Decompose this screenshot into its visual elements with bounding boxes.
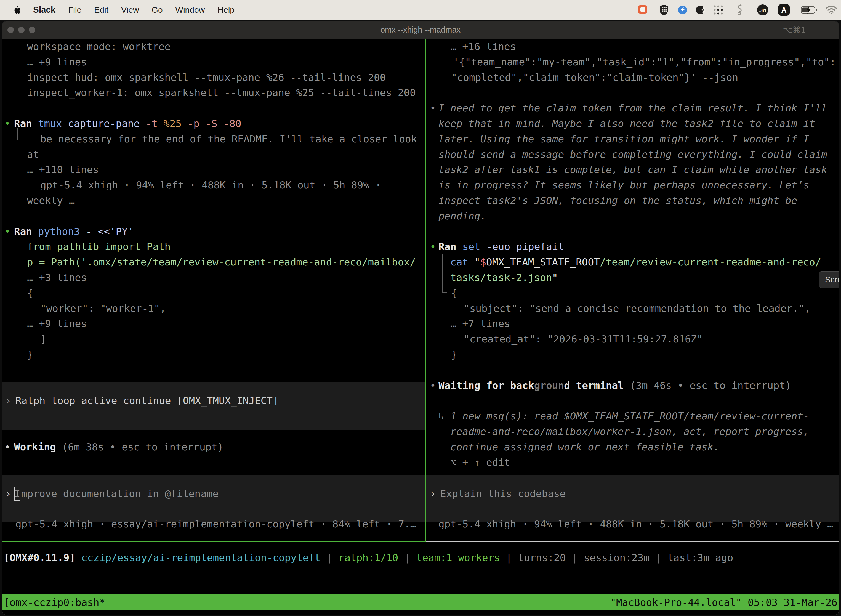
- output-connector: [442, 254, 447, 293]
- right-pane-line: later. Using the same for transition mig…: [438, 131, 809, 147]
- left-pane-line: }: [27, 347, 33, 362]
- pane-divider[interactable]: [425, 39, 426, 542]
- chat-app-icon[interactable]: [637, 5, 648, 15]
- omx-bar-segment: cczip/essay/ai-reimplementation-copyleft: [81, 552, 321, 563]
- right-input-placeholder[interactable]: Explain this codebase: [440, 486, 566, 502]
- left-pane-line: •: [4, 116, 10, 131]
- right-pane-line: Waiting for background terminal (3m 46s …: [438, 378, 791, 393]
- dark-crescent-icon[interactable]: [695, 5, 705, 15]
- right-pane-line: cat "$OMX_TEAM_STATE_ROOT/team/review-cu…: [450, 254, 821, 270]
- right-pane-line: •: [430, 239, 436, 254]
- battery-charging-icon[interactable]: [801, 6, 818, 14]
- left-pane-line: gpt-5.4 xhigh · 94% left · 488K in · 5.1…: [40, 177, 381, 193]
- left-pane-line: … +9 lines: [27, 54, 87, 70]
- squiggle-icon[interactable]: [735, 4, 743, 16]
- omx-bar-segment: |: [649, 552, 667, 563]
- left-pane-line: from pathlib import Path: [27, 239, 170, 254]
- right-pane-line: Ran set -euo pipefail: [438, 239, 564, 254]
- terminal-window: omx --xhigh --madmax ⌥⌘1 workspace_mode:…: [1, 21, 840, 616]
- right-pane-line: … +16 lines: [450, 39, 516, 54]
- left-pane-status: gpt-5.4 xhigh · essay/ai-reimplementatio…: [15, 516, 416, 532]
- right-pane-line: inspect task2's JSON, focusing on the st…: [438, 193, 797, 208]
- omx-bar-segment: |: [321, 552, 338, 563]
- left-pane-line: {: [27, 285, 33, 301]
- apple-menu-icon[interactable]: [13, 6, 21, 14]
- right-pane-line: pending.: [438, 208, 486, 224]
- right-pane-line: tasks/task-2.json": [450, 270, 558, 285]
- screen-tooltip: Scre: [819, 271, 840, 288]
- keyboard-a-text: A: [781, 6, 787, 14]
- left-pane-line: inspect_worker-1: omx sparkshell --tmux-…: [27, 85, 416, 100]
- left-input-prompt: ›: [5, 486, 11, 502]
- left-pane-line: be necessary for the end of the README. …: [40, 131, 417, 147]
- left-pane-line: ]: [40, 331, 46, 347]
- output-connector: [18, 238, 23, 292]
- right-input-prompt: ›: [430, 486, 436, 502]
- right-pane-line: task2 after task1 is complete, but can I…: [438, 162, 827, 177]
- menu-item-go[interactable]: Go: [152, 5, 163, 15]
- left-pane-line: Ralph loop active continue [OMX_TMUX_INJ…: [15, 393, 279, 408]
- left-pane-line: at: [27, 147, 39, 162]
- left-pane-line: Ran python3 - <<'PY': [14, 224, 134, 239]
- right-pane-line: {: [451, 285, 457, 301]
- left-pane-line: •: [4, 439, 10, 455]
- omx-bar-segment: [75, 552, 81, 563]
- right-pane-line: "created_at": "2026-03-31T11:59:27.816Z": [463, 331, 703, 347]
- menu-item-view[interactable]: View: [121, 5, 139, 15]
- shield-grid-icon[interactable]: [659, 4, 669, 15]
- left-pane-line: Ran tmux capture-pane -t %25 -p -S -80: [14, 116, 242, 131]
- menu-item-window[interactable]: Window: [176, 5, 205, 15]
- right-pane-line: "completed","claim_token":"claim-token"}…: [451, 70, 738, 85]
- menu-item-help[interactable]: Help: [217, 5, 234, 15]
- omx-bar-segment: team:1 workers: [416, 552, 500, 563]
- right-pane-line: should send a message before completing …: [438, 147, 827, 162]
- menu-item-file[interactable]: File: [68, 5, 81, 15]
- right-pane-line: •: [430, 100, 436, 116]
- right-pane-border: [426, 541, 839, 542]
- left-pane-line: inspect_hud: omx sparkshell --tmux-pane …: [27, 70, 386, 85]
- omx-bar-segment: [OMX#0.11.9]: [4, 552, 75, 563]
- keyboard-a-icon[interactable]: A: [778, 4, 790, 16]
- left-input-cursor[interactable]: I: [14, 487, 21, 501]
- menu-app-name[interactable]: Slack: [33, 5, 56, 15]
- right-pane-line: "subject": "send a concise recommendatio…: [463, 301, 810, 316]
- omx-bar-segment: |: [399, 552, 416, 563]
- right-pane-line: }: [451, 347, 457, 362]
- right-pane-line: ⌥ + ↑ edit: [450, 455, 510, 470]
- left-pane-line: p = Path('.omx/state/team/review-current…: [27, 254, 416, 270]
- left-pane-line: Working (6m 38s • esc to interrupt): [14, 439, 224, 455]
- output-connector: [18, 128, 22, 140]
- omx-bar-segment: last:3m ago: [667, 552, 733, 563]
- left-pane-line: … +110 lines: [27, 162, 99, 177]
- menu-bar: Slack File Edit View Go Window Help: [0, 0, 841, 20]
- right-pane-line: … +7 lines: [450, 316, 510, 331]
- left-pane-line: … +9 lines: [27, 316, 87, 331]
- menu-item-edit[interactable]: Edit: [94, 5, 108, 15]
- terminal-content: workspace_mode: worktree… +9 linesinspec…: [1, 21, 840, 616]
- right-pane-status: gpt-5.4 xhigh · 94% left · 488K in · 5.1…: [438, 516, 833, 532]
- omx-bar-segment: session:23m: [583, 552, 649, 563]
- omx-bar-segment: |: [500, 552, 518, 563]
- badge-61-icon[interactable]: ..61: [757, 4, 769, 16]
- left-pane-line: "worker": "worker-1",: [40, 301, 166, 316]
- right-pane-line: readme-and-reco/mailbox/worker-1.json, a…: [450, 424, 809, 439]
- right-pane-line: '{"team_name":"my-team","task_id":"1","f…: [453, 54, 836, 70]
- tmux-host-clock: "MacBook-Pro-44.local" 05:03 31-Mar-26: [610, 594, 839, 610]
- tmux-session-label: [omx-cczip0:bash*: [3, 594, 105, 610]
- blue-badge-icon[interactable]: [678, 5, 687, 15]
- left-pane-line: weekly …: [27, 193, 75, 208]
- wifi-icon[interactable]: [826, 6, 837, 14]
- left-input-placeholder[interactable]: mprove documentation in @filename: [21, 486, 218, 502]
- right-pane-line: •: [430, 378, 436, 393]
- badge-61-text: ..61: [759, 8, 766, 13]
- dots-grid-icon[interactable]: [712, 4, 724, 16]
- right-pane-line: keep that in mind. Maybe I also need the…: [438, 116, 815, 131]
- cursor-char: I: [14, 488, 21, 500]
- left-pane-line: workspace_mode: worktree: [27, 39, 170, 54]
- right-pane-line: ↳ 1 new msg(s): read $OMX_TEAM_STATE_ROO…: [438, 408, 809, 424]
- tmux-status-bar: [omx-cczip0:bash* "MacBook-Pro-44.local"…: [3, 594, 839, 610]
- omx-bar-segment: |: [566, 552, 583, 563]
- omx-bar-segment: ralph:1/10: [338, 552, 399, 563]
- omx-status-bar: [OMX#0.11.9] cczip/essay/ai-reimplementa…: [4, 550, 733, 566]
- left-pane-line: •: [4, 224, 10, 239]
